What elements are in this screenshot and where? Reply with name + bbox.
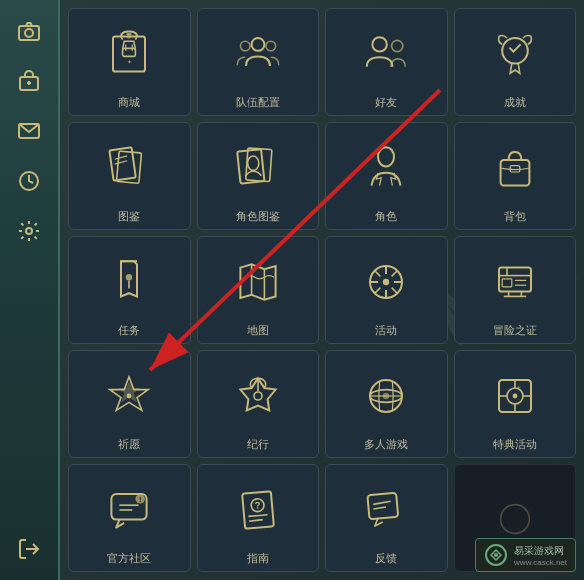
sidebar [0, 0, 60, 580]
svg-point-25 [247, 156, 259, 171]
grid-item-char-compendium[interactable]: 角色图鉴 [197, 122, 320, 230]
character-label: 角色 [375, 210, 397, 223]
svg-rect-44 [499, 268, 531, 292]
watermark-text: 易采游戏网 www.casck.net [514, 544, 567, 567]
svg-text:?: ? [254, 500, 261, 511]
grid-item-backpack[interactable]: 背包 [454, 122, 577, 230]
grid-item-special[interactable]: + 特典活动 [454, 350, 577, 458]
svg-line-22 [115, 161, 128, 164]
grid-item-prayer[interactable]: 祈愿 [68, 350, 191, 458]
main-area: Mot ✦ 商城 [60, 0, 584, 580]
svg-rect-28 [510, 166, 520, 172]
special-label: 特典活动 [493, 438, 537, 451]
grid-item-activity[interactable]: 活动 [325, 236, 448, 344]
svg-point-7 [26, 228, 32, 234]
svg-line-79 [373, 502, 391, 505]
svg-point-81 [500, 505, 529, 534]
svg-text:!: ! [139, 495, 141, 504]
backpack-label: 背包 [504, 210, 526, 223]
grid-item-feedback[interactable]: 反馈 [325, 464, 448, 572]
svg-line-77 [249, 520, 263, 522]
sidebar-clock-icon[interactable] [8, 160, 50, 202]
grid-item-community[interactable]: ! 官方社区 [68, 464, 191, 572]
grid-item-mission[interactable]: 任务 [68, 236, 191, 344]
svg-rect-78 [368, 493, 399, 519]
grid-item-map[interactable]: 地图 [197, 236, 320, 344]
adventure-label: 冒险之证 [493, 324, 537, 337]
sidebar-settings-icon[interactable] [8, 210, 50, 252]
svg-point-85 [494, 553, 498, 557]
svg-line-42 [375, 288, 381, 294]
map-label: 地图 [247, 324, 269, 337]
svg-text:+: + [516, 383, 521, 392]
svg-rect-27 [500, 160, 529, 186]
team-label: 队伍配置 [236, 96, 280, 109]
svg-line-21 [115, 156, 128, 159]
journey-label: 纪行 [247, 438, 269, 451]
grid-item-shop[interactable]: ✦ 商城 [68, 8, 191, 116]
svg-point-11 [127, 34, 132, 39]
svg-line-40 [392, 271, 398, 277]
svg-point-13 [251, 38, 264, 51]
community-label: 官方社区 [107, 552, 151, 565]
menu-grid: ✦ 商城 队伍配置 [68, 8, 576, 572]
sidebar-camera-icon[interactable] [8, 10, 50, 52]
activity-label: 活动 [375, 324, 397, 337]
grid-item-guide[interactable]: ? 指南 [197, 464, 320, 572]
grid-item-character[interactable]: 角色 [325, 122, 448, 230]
svg-line-80 [373, 507, 386, 509]
grid-item-adventure[interactable]: 冒险之证 [454, 236, 577, 344]
sidebar-exit-icon[interactable] [8, 528, 50, 570]
feedback-label: 反馈 [375, 552, 397, 565]
svg-rect-23 [237, 150, 264, 184]
svg-rect-10 [123, 49, 136, 57]
mission-label: 任务 [118, 324, 140, 337]
svg-point-17 [392, 41, 403, 52]
svg-line-76 [248, 515, 267, 517]
grid-item-team[interactable]: 队伍配置 [197, 8, 320, 116]
svg-point-1 [25, 29, 33, 37]
achievement-label: 成就 [504, 96, 526, 109]
svg-line-43 [375, 271, 381, 277]
svg-point-16 [373, 38, 387, 52]
grid-item-journey[interactable]: 纪行 [197, 350, 320, 458]
sidebar-bag-icon[interactable] [8, 60, 50, 102]
watermark-logo-icon [484, 543, 508, 567]
svg-point-55 [254, 392, 262, 400]
char-compendium-label: 角色图鉴 [236, 210, 280, 223]
svg-point-66 [512, 394, 517, 399]
svg-point-15 [266, 42, 276, 52]
svg-point-26 [378, 148, 394, 167]
multiplayer-label: 多人游戏 [364, 438, 408, 451]
grid-item-achievement[interactable]: 成就 [454, 8, 577, 116]
friends-label: 好友 [375, 96, 397, 109]
grid-item-multiplayer[interactable]: 多人游戏 [325, 350, 448, 458]
prayer-label: 祈愿 [118, 438, 140, 451]
sidebar-mail-icon[interactable] [8, 110, 50, 152]
svg-rect-49 [502, 279, 512, 287]
guide-label: 指南 [247, 552, 269, 565]
svg-text:✦: ✦ [127, 58, 132, 65]
grid-item-compendium[interactable]: 图鉴 [68, 122, 191, 230]
svg-point-14 [240, 42, 250, 52]
svg-point-53 [127, 394, 132, 399]
svg-line-41 [392, 288, 398, 294]
svg-point-30 [126, 274, 132, 280]
grid-item-friends[interactable]: 好友 [325, 8, 448, 116]
compendium-label: 图鉴 [118, 210, 140, 223]
shop-label: 商城 [118, 96, 140, 109]
svg-point-35 [383, 279, 389, 285]
